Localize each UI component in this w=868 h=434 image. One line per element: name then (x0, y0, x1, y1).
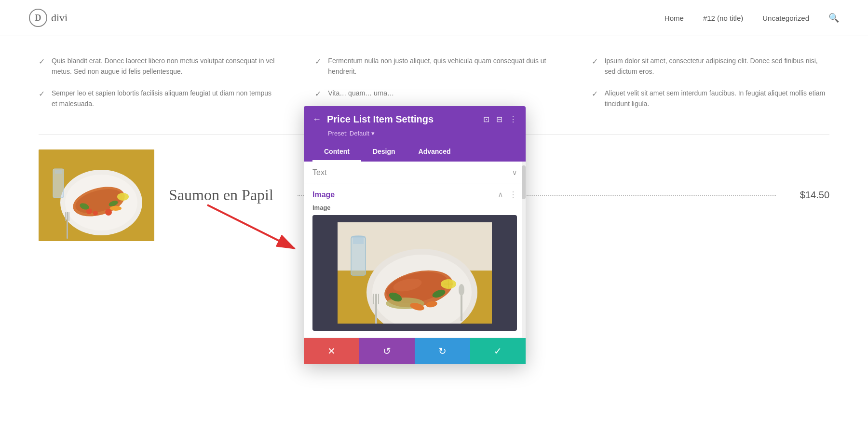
price-value: $14.50 (800, 190, 829, 201)
undo-button[interactable]: ↺ (359, 338, 415, 364)
check-text-2: Semper leo et sapien lobortis facilisis … (52, 88, 276, 109)
check-item: ✓ Ipsum dolor sit amet, consectetur adip… (592, 55, 829, 77)
check-text-3: Fermentum nulla non justo aliquet, quis … (328, 55, 553, 77)
modal-header-icons: ⊡ ⊟ ⋮ (483, 115, 517, 124)
nav-uncategorized[interactable]: Uncategorized (762, 14, 809, 22)
logo-name: divi (51, 12, 68, 24)
svg-point-17 (117, 193, 129, 201)
modal-back-button[interactable]: ← (312, 114, 321, 124)
content-area: ✓ Quis blandit erat. Donec laoreet liber… (0, 36, 868, 260)
tab-design[interactable]: Design (361, 143, 407, 162)
svg-rect-15 (68, 212, 68, 221)
svg-point-7 (105, 209, 112, 216)
check-col-1: ✓ Quis blandit erat. Donec laoreet liber… (39, 55, 276, 120)
checkmark-icon: ✓ (592, 89, 598, 109)
nav-no-title[interactable]: #12 (no title) (703, 14, 743, 22)
svg-rect-16 (69, 212, 70, 221)
checkmark-icon: ✓ (592, 57, 598, 77)
logo-letter: D (35, 13, 41, 23)
save-button[interactable]: ✓ (470, 338, 526, 364)
image-section-icons: ∧ ⋮ (498, 190, 517, 199)
modal-title: Price List Item Settings (327, 114, 434, 125)
check-item: ✓ Quis blandit erat. Donec laoreet liber… (39, 55, 276, 77)
check-item: ✓ Aliquet velit sit amet sem interdum fa… (592, 88, 829, 109)
checkmark-icon: ✓ (315, 89, 321, 98)
svg-rect-41 (378, 294, 379, 304)
logo-circle: D (29, 9, 47, 27)
check-text-1: Quis blandit erat. Donec laoreet libero … (52, 55, 276, 77)
checkmark-icon: ✓ (39, 89, 45, 109)
text-section-label: Text (312, 168, 326, 177)
modal-header-left: ← Price List Item Settings (312, 114, 434, 125)
modal-footer: ✕ ↺ ↻ ✓ (304, 338, 526, 364)
settings-modal: ← Price List Item Settings ⊡ ⊟ ⋮ Preset:… (304, 106, 526, 364)
svg-point-37 (351, 235, 366, 238)
scrollbar-thumb[interactable] (522, 165, 526, 199)
image-section-header: Image ∧ ⋮ (312, 184, 517, 204)
image-field-label: Image (312, 204, 517, 211)
check-text-5: Ipsum dolor sit amet, consectetur adipis… (605, 55, 829, 77)
svg-rect-39 (373, 294, 374, 304)
redo-button[interactable]: ↻ (415, 338, 470, 364)
check-col-3: ✓ Ipsum dolor sit amet, consectetur adip… (592, 55, 829, 120)
modal-header-top: ← Price List Item Settings ⊡ ⊟ ⋮ (312, 114, 517, 125)
text-section-header[interactable]: Text ∨ (304, 162, 526, 184)
svg-point-6 (93, 211, 98, 216)
navbar: D divi Home #12 (no title) Uncategorized… (0, 0, 868, 36)
cancel-button[interactable]: ✕ (304, 338, 359, 364)
check-item: ✓ Fermentum nulla non justo aliquet, qui… (315, 55, 553, 77)
search-icon[interactable]: 🔍 (828, 13, 839, 23)
image-section-title: Image (312, 190, 335, 199)
nav-links: Home #12 (no title) Uncategorized 🔍 (665, 13, 839, 23)
modal-tabs: Content Design Advanced (312, 143, 517, 162)
checkmark-icon: ✓ (315, 57, 321, 77)
salmon-image-svg (39, 149, 154, 241)
modal-preset[interactable]: Preset: Default ▾ (328, 130, 517, 137)
image-section-more-icon[interactable]: ⋮ (509, 190, 517, 199)
chevron-up-icon[interactable]: ∧ (498, 190, 503, 199)
scrollbar-track[interactable] (522, 162, 526, 338)
more-options-icon[interactable]: ⋮ (509, 115, 517, 124)
svg-point-8 (110, 206, 122, 211)
uploaded-image-preview (338, 222, 492, 324)
modal-header: ← Price List Item Settings ⊡ ⊟ ⋮ Preset:… (304, 106, 526, 162)
svg-rect-12 (55, 170, 62, 174)
image-upload-area[interactable] (312, 215, 517, 331)
salmon-thumbnail (39, 149, 154, 241)
svg-rect-36 (353, 238, 364, 244)
price-item-title: Saumon en Papil (169, 186, 273, 204)
svg-rect-14 (65, 212, 66, 221)
tab-content[interactable]: Content (312, 143, 361, 162)
chevron-down-icon: ∨ (512, 169, 517, 177)
svg-point-43 (459, 284, 464, 296)
logo: D divi (29, 9, 68, 27)
modal-body: Text ∨ Image ∧ ⋮ Image (304, 162, 526, 338)
check-text-4: Vita… quam… urna… (328, 88, 394, 98)
tab-advanced[interactable]: Advanced (407, 143, 462, 162)
check-item: ✓ Semper leo et sapien lobortis facilisi… (39, 88, 276, 109)
svg-rect-40 (376, 294, 377, 304)
nav-home[interactable]: Home (665, 14, 684, 22)
check-text-6: Aliquet velit sit amet sem interdum fauc… (605, 88, 829, 109)
preset-arrow-icon: ▾ (371, 130, 375, 137)
check-item: ✓ Vita… quam… urna… (315, 88, 553, 98)
checkmark-icon: ✓ (39, 57, 45, 77)
screenshot-icon[interactable]: ⊡ (483, 115, 489, 124)
preset-label: Preset: Default (328, 130, 369, 137)
image-section: Image ∧ ⋮ Image (304, 184, 526, 338)
split-view-icon[interactable]: ⊟ (496, 115, 502, 124)
